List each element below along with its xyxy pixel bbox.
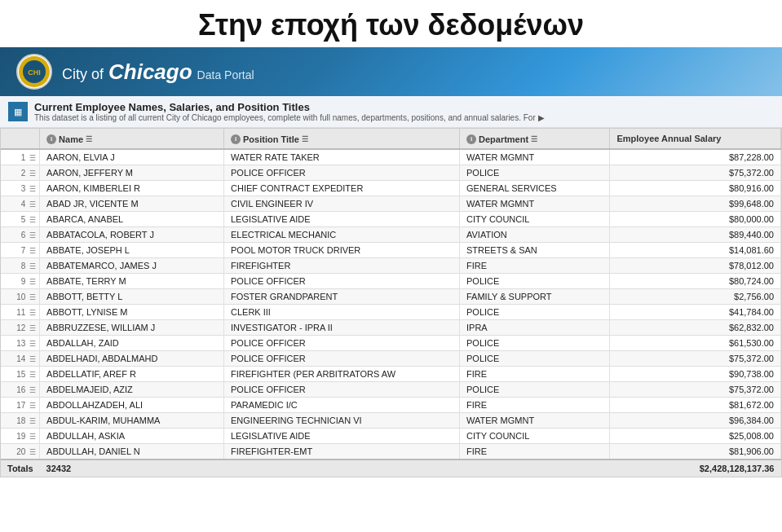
table-row: 18 ☰ ABDUL-KARIM, MUHAMMA ENGINEERING TE…: [1, 413, 781, 429]
col-number: [1, 129, 40, 149]
row-department: FAMILY & SUPPORT: [460, 289, 610, 305]
col-position[interactable]: i Position Title ☰: [224, 129, 460, 149]
row-department: POLICE: [460, 336, 610, 351]
row-name: ABDELLATIF, AREF R: [40, 367, 224, 382]
row-position: CIVIL ENGINEER IV: [224, 196, 460, 212]
row-name: ABDELMAJEID, AZIZ: [40, 382, 224, 398]
row-menu-icon[interactable]: ☰: [29, 417, 36, 425]
row-salary: $75,372.00: [610, 382, 781, 398]
table-row: 16 ☰ ABDELMAJEID, AZIZ POLICE OFFICER PO…: [1, 382, 781, 398]
row-position: ELECTRICAL MECHANIC: [224, 227, 460, 243]
page-title: Στην εποχή των δεδομένων: [16, 8, 766, 42]
row-position: CLERK III: [224, 305, 460, 320]
dataset-description: This dataset is a listing of all current…: [34, 113, 545, 122]
row-salary: $96,384.00: [610, 413, 781, 429]
row-number: 16 ☰: [1, 382, 40, 398]
row-menu-icon[interactable]: ☰: [29, 402, 36, 410]
row-department: WATER MGMNT: [460, 413, 610, 429]
table-row: 11 ☰ ABBOTT, LYNISE M CLERK III POLICE $…: [1, 305, 781, 320]
row-salary: $61,530.00: [610, 336, 781, 351]
row-name: AARON, JEFFERY M: [40, 165, 224, 181]
row-position: FIREFIGHTER: [224, 258, 460, 274]
data-table-container: i Name ☰ i Position Title ☰ i Depart: [0, 128, 782, 477]
row-menu-icon[interactable]: ☰: [29, 247, 36, 255]
col-name[interactable]: i Name ☰: [40, 129, 224, 149]
row-salary: $81,672.00: [610, 398, 781, 413]
row-menu-icon[interactable]: ☰: [29, 324, 36, 332]
row-department: POLICE: [460, 351, 610, 367]
row-department: CITY COUNCIL: [460, 212, 610, 227]
row-name: ABARCA, ANABEL: [40, 212, 224, 227]
col-department[interactable]: i Department ☰: [460, 129, 610, 149]
row-menu-icon[interactable]: ☰: [29, 200, 36, 209]
row-department: FIRE: [460, 367, 610, 382]
row-menu-icon[interactable]: ☰: [29, 386, 36, 394]
row-position: POLICE OFFICER: [224, 382, 460, 398]
name-sort-icon[interactable]: ☰: [86, 135, 92, 143]
row-name: ABBOTT, LYNISE M: [40, 305, 224, 320]
department-sort-icon[interactable]: ☰: [531, 135, 537, 143]
row-department: IPRA: [460, 320, 610, 336]
department-info-icon[interactable]: i: [466, 134, 476, 144]
totals-empty1: [224, 459, 460, 477]
row-salary: $81,906.00: [610, 444, 781, 460]
row-menu-icon[interactable]: ☰: [29, 262, 36, 270]
position-sort-icon[interactable]: ☰: [302, 135, 308, 143]
row-department: AVIATION: [460, 227, 610, 243]
name-info-icon[interactable]: i: [46, 134, 56, 144]
row-menu-icon[interactable]: ☰: [29, 355, 36, 363]
row-menu-icon[interactable]: ☰: [29, 309, 36, 317]
row-menu-icon[interactable]: ☰: [29, 185, 36, 193]
row-number: 20 ☰: [1, 444, 40, 460]
position-info-icon[interactable]: i: [231, 134, 241, 144]
row-menu-icon[interactable]: ☰: [29, 278, 36, 286]
row-department: POLICE: [460, 382, 610, 398]
row-menu-icon[interactable]: ☰: [29, 293, 36, 301]
table-row: 14 ☰ ABDELHADI, ABDALMAHD POLICE OFFICER…: [1, 351, 781, 367]
row-name: ABAD JR, VICENTE M: [40, 196, 224, 212]
chicago-logo-inner: CHI: [19, 56, 50, 87]
row-number: 10 ☰: [1, 289, 40, 305]
row-number: 9 ☰: [1, 274, 40, 289]
employees-table: i Name ☰ i Position Title ☰ i Depart: [1, 129, 781, 477]
row-number: 1 ☰: [1, 149, 40, 165]
table-row: 7 ☰ ABBATE, JOSEPH L POOL MOTOR TRUCK DR…: [1, 243, 781, 258]
row-salary: $80,724.00: [610, 274, 781, 289]
chicago-logo: CHI: [16, 54, 52, 90]
row-name: ABBATE, TERRY M: [40, 274, 224, 289]
row-number: 17 ☰: [1, 398, 40, 413]
row-department: STREETS & SAN: [460, 243, 610, 258]
row-position: CHIEF CONTRACT EXPEDITER: [224, 181, 460, 196]
table-row: 12 ☰ ABBRUZZESE, WILLIAM J INVESTIGATOR …: [1, 320, 781, 336]
row-salary: $14,081.60: [610, 243, 781, 258]
row-menu-icon[interactable]: ☰: [29, 340, 36, 348]
row-menu-icon[interactable]: ☰: [29, 216, 36, 224]
table-row: 20 ☰ ABDULLAH, DANIEL N FIREFIGHTER-EMT …: [1, 444, 781, 460]
totals-empty2: [460, 459, 610, 477]
row-menu-icon[interactable]: ☰: [29, 231, 36, 240]
row-menu-icon[interactable]: ☰: [29, 169, 36, 178]
page-title-bar: Στην εποχή των δεδομένων: [0, 0, 782, 47]
row-position: POLICE OFFICER: [224, 165, 460, 181]
row-position: POLICE OFFICER: [224, 351, 460, 367]
row-name: ABDELHADI, ABDALMAHD: [40, 351, 224, 367]
row-number: 2 ☰: [1, 165, 40, 181]
row-name: ABBATACOLA, ROBERT J: [40, 227, 224, 243]
row-department: POLICE: [460, 305, 610, 320]
row-position: WATER RATE TAKER: [224, 149, 460, 165]
row-menu-icon[interactable]: ☰: [29, 371, 36, 379]
row-menu-icon[interactable]: ☰: [29, 448, 36, 456]
row-name: ABDOLLAHZADEH, ALI: [40, 398, 224, 413]
row-menu-icon[interactable]: ☰: [29, 433, 36, 441]
totals-row: Totals 32432 $2,428,128,137.36: [1, 459, 781, 477]
row-position: INVESTIGATOR - IPRA II: [224, 320, 460, 336]
row-position: FIREFIGHTER (PER ARBITRATORS AW: [224, 367, 460, 382]
row-salary: $87,228.00: [610, 149, 781, 165]
row-number: 15 ☰: [1, 367, 40, 382]
row-salary: $75,372.00: [610, 165, 781, 181]
svg-text:CHI: CHI: [28, 68, 41, 77]
row-menu-icon[interactable]: ☰: [29, 154, 36, 162]
dataset-text: Current Employee Names, Salaries, and Po…: [34, 101, 545, 122]
chicago-name-label: Chicago: [108, 59, 192, 85]
row-position: FOSTER GRANDPARENT: [224, 289, 460, 305]
